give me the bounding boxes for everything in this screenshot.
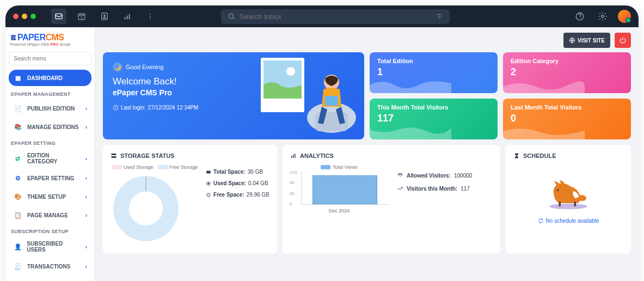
- reading-illustration: [261, 58, 359, 134]
- search-bar[interactable]: [221, 9, 450, 24]
- transactions-icon: 🧾: [13, 261, 23, 271]
- x-axis-label: Dec 2024: [290, 208, 388, 213]
- nav-dashboard[interactable]: ▦DASHBOARD: [9, 70, 91, 86]
- bar: [312, 175, 377, 204]
- y-axis: 12080400: [290, 170, 297, 206]
- nav-label: THEME SETUP: [27, 194, 66, 200]
- analytics-icon[interactable]: [120, 9, 135, 24]
- refresh-icon: [538, 218, 544, 224]
- app-body: PAPERCMS Powerful ePaper CMS PRO Script …: [5, 27, 639, 281]
- contact-icon[interactable]: [97, 9, 112, 24]
- wave-decoration: [503, 123, 585, 139]
- hourglass-icon: [513, 152, 520, 159]
- nav-publish-edition[interactable]: 📄PUBLISH EDITION›: [9, 100, 91, 117]
- power-button[interactable]: [615, 33, 631, 48]
- search-input[interactable]: [240, 13, 431, 21]
- svg-rect-33: [295, 154, 296, 158]
- visit-site-button[interactable]: VISIT SITE: [563, 33, 610, 48]
- browser-window: 31 PAPERCMS Powerful ePaper CMS PRO Scri…: [5, 5, 639, 281]
- stat-value: 0: [511, 113, 623, 124]
- check-icon: [206, 192, 211, 198]
- wave-decoration: [503, 77, 585, 93]
- category-icon: ⇄: [13, 154, 23, 163]
- calendar-icon[interactable]: 31: [74, 9, 89, 24]
- user-avatar[interactable]: [618, 10, 631, 23]
- svg-text:31: 31: [80, 16, 83, 19]
- grid-icon: ▦: [13, 73, 23, 83]
- logo-icon: [10, 34, 17, 41]
- stat-edition-category: Edition Category 2: [503, 52, 631, 93]
- svg-point-9: [150, 16, 151, 17]
- chart-legend: Total Views: [290, 164, 388, 170]
- target-icon: [206, 181, 211, 186]
- panel-title: SCHEDULE: [513, 152, 623, 159]
- chevron-right-icon: ›: [85, 244, 87, 250]
- svg-point-4: [103, 15, 106, 17]
- bars-icon: [290, 152, 297, 159]
- stat-value: 2: [511, 66, 623, 78]
- chevron-right-icon: ›: [85, 264, 87, 270]
- storage-icon: [111, 152, 117, 159]
- svg-point-29: [208, 182, 210, 184]
- sidebar: PAPERCMS Powerful ePaper CMS PRO Script …: [5, 27, 95, 281]
- settings-icon[interactable]: [595, 9, 610, 24]
- nav-subscribed-users[interactable]: 👤SUBSCRIBED USERS›: [9, 237, 91, 256]
- nav-page-manage[interactable]: 📋PAGE MANAGE›: [9, 207, 91, 223]
- stat-last-month: Last Month Total Visitors 0: [503, 99, 631, 139]
- nav-header-epaper-setting: EPAPER SETTING: [5, 136, 95, 148]
- more-icon[interactable]: [143, 9, 158, 24]
- globe-icon: [569, 37, 575, 44]
- visitors-month: Visitors this Month: 117: [397, 185, 472, 192]
- no-schedule-text: No schedule available: [513, 218, 623, 224]
- total-space: Total Space: 30 GB: [206, 169, 269, 175]
- topbar-right: [572, 9, 631, 24]
- nav-primary-setup[interactable]: ⚙PRIMARY SETUP›: [9, 277, 91, 281]
- nav-epaper-setting[interactable]: ⚙EPAPER SETTING›: [9, 170, 91, 186]
- help-icon[interactable]: [572, 9, 587, 24]
- nav-manage-editions[interactable]: 📚MANAGE EDITIONS›: [9, 119, 91, 135]
- svg-point-10: [150, 18, 151, 19]
- svg-rect-0: [56, 14, 62, 19]
- schedule-panel: SCHEDULE No sche: [506, 145, 631, 254]
- nav-label: EDITION CATEGORY: [27, 152, 81, 164]
- nav-transactions[interactable]: 🧾TRANSACTIONS›: [9, 258, 91, 274]
- svg-rect-24: [112, 156, 116, 158]
- nav-label: MANAGE EDITIONS: [27, 124, 78, 130]
- maximize-window-button[interactable]: [30, 14, 36, 19]
- stat-value: 117: [377, 113, 490, 124]
- chevron-right-icon: ›: [85, 175, 87, 181]
- svg-rect-5: [125, 17, 126, 19]
- nav-label: DASHBOARD: [27, 75, 63, 81]
- chevron-right-icon: ›: [85, 212, 87, 218]
- chevron-right-icon: ›: [85, 156, 87, 162]
- os-topbar: 31: [5, 5, 639, 27]
- manage-icon: 📚: [13, 122, 23, 132]
- menu-search-input[interactable]: [9, 52, 91, 65]
- stat-total-edition: Total Edition 1: [370, 52, 498, 93]
- moon-icon: 🌙: [113, 62, 122, 72]
- analytics-panel: ANALYTICS Total Views 12080400 Dec 2024 …: [283, 145, 500, 254]
- free-space: Free Space: 29.96 GB: [206, 192, 269, 198]
- power-icon: [619, 36, 627, 44]
- chevron-right-icon: ›: [85, 106, 87, 112]
- minimize-window-button[interactable]: [22, 14, 27, 19]
- stat-label: Total Edition: [377, 58, 490, 64]
- storage-body: Used Storage Free Storage Total Space: 3…: [111, 164, 269, 246]
- svg-point-30: [207, 193, 211, 197]
- nav-edition-category[interactable]: ⇄EDITION CATEGORY›: [9, 149, 91, 168]
- bar-chart: 12080400: [301, 172, 388, 205]
- close-window-button[interactable]: [13, 14, 19, 19]
- disk-icon: [206, 169, 211, 175]
- nav-theme-setup[interactable]: 🎨THEME SETUP›: [9, 188, 91, 205]
- wave-decoration: [370, 77, 451, 93]
- filter-icon[interactable]: [436, 13, 443, 20]
- allowed-visitors: Allowed Visitors: 100000: [397, 172, 472, 179]
- svg-point-18: [286, 67, 295, 76]
- analytics-body: Total Views 12080400 Dec 2024 Allowed Vi…: [290, 164, 493, 213]
- logo-text: PAPERCMS: [10, 33, 90, 42]
- logo-subtitle: Powerful ePaper CMS PRO Script: [10, 42, 90, 46]
- stat-label: Edition Category: [511, 58, 623, 64]
- panel-title: STORAGE STATUS: [111, 152, 269, 159]
- inbox-icon[interactable]: [51, 9, 66, 24]
- panels-grid: STORAGE STATUS Used Storage Free Storage: [103, 145, 631, 254]
